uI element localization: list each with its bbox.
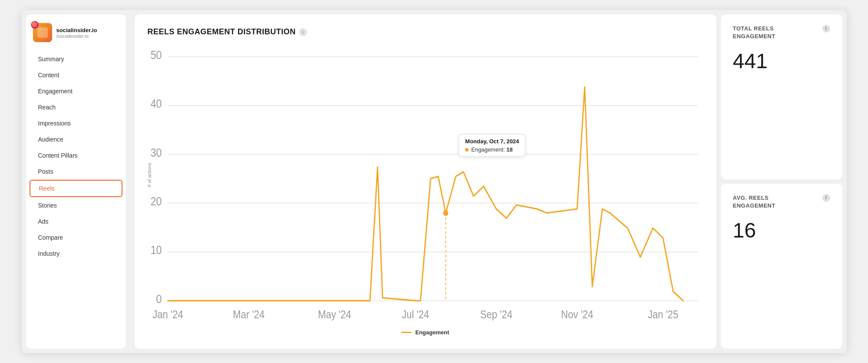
svg-point-2 xyxy=(35,23,36,24)
svg-text:Jan '25: Jan '25 xyxy=(647,308,678,320)
sidebar-item-summary[interactable]: Summary xyxy=(30,51,122,67)
legend-line-engagement xyxy=(401,332,412,333)
svg-text:Nov '24: Nov '24 xyxy=(561,308,593,320)
chart-title: REELS ENGAGEMENT DISTRIBUTION xyxy=(148,27,296,36)
svg-text:10: 10 xyxy=(150,244,162,257)
avg-reels-title: AVG. REELSENGAGEMENT i xyxy=(733,194,830,210)
svg-rect-0 xyxy=(33,23,36,26)
sidebar-item-audience[interactable]: Audience xyxy=(30,132,122,147)
sidebar-item-posts[interactable]: Posts xyxy=(30,164,122,179)
legend-label-engagement: Engagement xyxy=(415,329,449,336)
svg-text:50: 50 xyxy=(150,49,162,62)
sidebar-item-content[interactable]: Content xyxy=(30,67,122,83)
app-container: socialinsider.io /socialinsider.io Summa… xyxy=(22,10,847,353)
right-panel: TOTAL REELSENGAGEMENT i 441 AVG. REELSEN… xyxy=(721,14,842,349)
sidebar-item-impressions[interactable]: Impressions xyxy=(30,116,122,131)
svg-text:0: 0 xyxy=(156,292,162,305)
logo-inner xyxy=(37,27,48,38)
svg-text:Sep '24: Sep '24 xyxy=(480,308,512,320)
sidebar-nav: Summary Content Engagement Reach Impress… xyxy=(26,51,126,262)
sidebar-header: socialinsider.io /socialinsider.io xyxy=(26,23,126,51)
avg-reels-engagement-card: AVG. REELSENGAGEMENT i 16 xyxy=(721,184,842,349)
chart-info-icon[interactable]: i xyxy=(299,28,307,36)
total-reels-engagement-card: TOTAL REELSENGAGEMENT i 441 xyxy=(721,14,842,179)
svg-text:40: 40 xyxy=(150,97,162,110)
account-name: socialinsider.io xyxy=(56,27,97,33)
total-reels-title: TOTAL REELSENGAGEMENT i xyxy=(733,25,830,40)
svg-text:Jul '24: Jul '24 xyxy=(402,308,429,320)
total-reels-value: 441 xyxy=(733,49,830,73)
chart-legend: Engagement xyxy=(148,329,703,336)
sidebar-item-reach[interactable]: Reach xyxy=(30,99,122,115)
avg-reels-value: 16 xyxy=(733,218,830,242)
total-reels-info-icon[interactable]: i xyxy=(822,25,830,33)
sidebar-item-ads[interactable]: Ads xyxy=(30,214,122,229)
sidebar: socialinsider.io /socialinsider.io Summa… xyxy=(26,14,126,349)
chart-panel: REELS ENGAGEMENT DISTRIBUTION i # of act… xyxy=(135,14,716,349)
instagram-badge xyxy=(31,21,39,29)
sidebar-item-compare[interactable]: Compare xyxy=(30,230,122,245)
sidebar-item-industry[interactable]: Industry xyxy=(30,246,122,261)
sidebar-item-engagement[interactable]: Engagement xyxy=(30,83,122,99)
avg-reels-title-text: AVG. REELSENGAGEMENT xyxy=(733,194,776,210)
y-axis-label: # of actions xyxy=(147,163,152,187)
logo xyxy=(33,23,52,42)
avg-reels-info-icon[interactable]: i xyxy=(822,194,830,202)
svg-text:May '24: May '24 xyxy=(318,308,351,320)
account-info: socialinsider.io /socialinsider.io xyxy=(56,27,97,39)
svg-point-1 xyxy=(34,24,35,25)
svg-point-23 xyxy=(443,210,448,216)
svg-text:Mar '24: Mar '24 xyxy=(233,308,264,320)
sidebar-item-content-pillars[interactable]: Content Pillars xyxy=(30,148,122,163)
chart-area: # of actions Monday, Oct 7, 2024 Engagem… xyxy=(148,45,703,324)
sidebar-item-stories[interactable]: Stories xyxy=(30,198,122,213)
line-chart-svg: 0 10 20 30 40 50 Jan '24 Mar '24 xyxy=(148,45,703,324)
svg-text:Jan '24: Jan '24 xyxy=(152,308,183,320)
svg-text:30: 30 xyxy=(150,146,162,159)
account-handle: /socialinsider.io xyxy=(56,33,97,39)
total-reels-title-text: TOTAL REELSENGAGEMENT xyxy=(733,25,776,40)
main-content: REELS ENGAGEMENT DISTRIBUTION i # of act… xyxy=(130,10,847,353)
sidebar-item-reels[interactable]: Reels xyxy=(30,180,122,197)
svg-text:20: 20 xyxy=(150,195,162,208)
chart-title-row: REELS ENGAGEMENT DISTRIBUTION i xyxy=(148,27,703,36)
